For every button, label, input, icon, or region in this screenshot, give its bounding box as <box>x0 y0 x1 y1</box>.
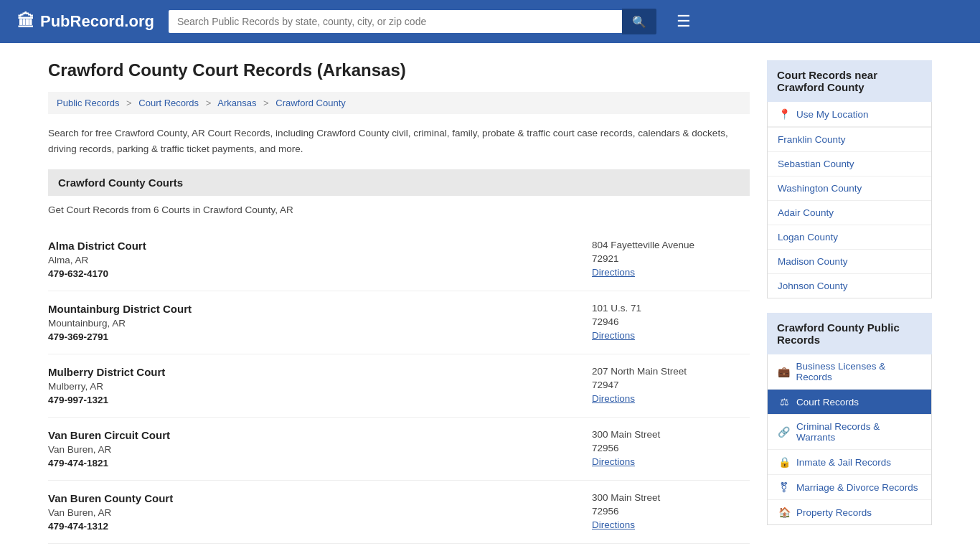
nearby-county-item[interactable]: Logan County <box>768 225 931 250</box>
court-entry: Van Buren County Court Van Buren, AR 479… <box>48 481 750 544</box>
nearby-county-link[interactable]: Logan County <box>768 225 931 249</box>
page-title: Crawford County Court Records (Arkansas) <box>48 60 750 80</box>
court-phone[interactable]: 479-632-4170 <box>48 268 578 279</box>
court-zip: 72956 <box>592 443 750 453</box>
public-record-item[interactable]: 🏠 Property Records <box>768 500 931 524</box>
public-records-title: Crawford County Public Records <box>767 313 932 354</box>
public-record-item[interactable]: 🔗 Criminal Records & Warrants <box>768 415 931 450</box>
court-phone[interactable]: 479-369-2791 <box>48 331 578 342</box>
court-name: Mountainburg District Court <box>48 303 578 315</box>
court-entry: Mountainburg District Court Mountainburg… <box>48 291 750 354</box>
court-entry: Alma District Court Alma, AR 479-632-417… <box>48 228 750 291</box>
public-record-link[interactable]: ⚧ Marriage & Divorce Records <box>768 475 931 499</box>
court-info: Van Buren County Court Van Buren, AR 479… <box>48 492 578 532</box>
nearby-county-item[interactable]: Sebastian County <box>768 152 931 176</box>
public-record-item[interactable]: 💼 Business Licenses & Records <box>768 354 931 390</box>
directions-link[interactable]: Directions <box>592 330 635 341</box>
directions-link[interactable]: Directions <box>592 456 635 467</box>
court-city: Mountainburg, AR <box>48 318 578 329</box>
nearby-county-link[interactable]: Johnson County <box>768 274 931 298</box>
logo-text: PubRecord.org <box>40 12 154 31</box>
nearby-county-link[interactable]: Franklin County <box>768 128 931 151</box>
court-zip: 72946 <box>592 316 750 327</box>
public-record-item[interactable]: 🔒 Inmate & Jail Records <box>768 450 931 475</box>
public-record-link[interactable]: 💼 Business Licenses & Records <box>768 354 931 389</box>
court-info: Mountainburg District Court Mountainburg… <box>48 303 578 342</box>
court-zip: 72921 <box>592 253 750 264</box>
court-city: Mulberry, AR <box>48 381 578 392</box>
public-records-list: 💼 Business Licenses & Records ⚖ Court Re… <box>767 354 932 525</box>
menu-button[interactable]: ☰ <box>671 9 697 34</box>
court-address: 101 U.s. 71 72946 Directions <box>592 303 750 342</box>
breadcrumb-sep-2: > <box>206 98 212 108</box>
court-phone[interactable]: 479-474-1312 <box>48 521 578 532</box>
nearby-county-link[interactable]: Adair County <box>768 201 931 225</box>
nearby-county-item[interactable]: Adair County <box>768 201 931 225</box>
nearby-county-item[interactable]: Washington County <box>768 176 931 201</box>
directions-link[interactable]: Directions <box>592 393 635 404</box>
court-info: Van Buren Circuit Court Van Buren, AR 47… <box>48 429 578 468</box>
directions-link[interactable]: Directions <box>592 267 635 278</box>
sidebar: Court Records near Crawford County 📍 Use… <box>767 60 932 544</box>
public-record-icon: ⚖ <box>778 396 791 408</box>
nearby-county-link[interactable]: Washington County <box>768 176 931 200</box>
breadcrumb-sep-1: > <box>126 98 132 108</box>
public-record-link[interactable]: ⚖ Court Records <box>768 390 931 414</box>
nearby-list: 📍 Use My Location Franklin CountySebasti… <box>767 102 932 298</box>
search-icon: 🔍 <box>632 16 646 28</box>
nearby-county-item[interactable]: Johnson County <box>768 274 931 298</box>
search-bar: 🔍 <box>169 9 656 34</box>
court-street: 300 Main Street <box>592 429 750 440</box>
main-container: Crawford County Court Records (Arkansas)… <box>31 43 949 544</box>
public-record-item[interactable]: ⚖ Court Records <box>768 390 931 415</box>
public-record-label: Criminal Records & Warrants <box>796 421 921 443</box>
nearby-box: Court Records near Crawford County 📍 Use… <box>767 60 932 298</box>
court-zip: 72956 <box>592 506 750 517</box>
breadcrumb-arkansas[interactable]: Arkansas <box>217 98 256 108</box>
court-city: Van Buren, AR <box>48 444 578 455</box>
court-name: Van Buren County Court <box>48 492 578 504</box>
public-record-icon: 🔒 <box>778 456 791 468</box>
court-city: Van Buren, AR <box>48 507 578 518</box>
court-street: 300 Main Street <box>592 492 750 503</box>
search-button[interactable]: 🔍 <box>622 9 656 34</box>
nearby-county-link[interactable]: Sebastian County <box>768 152 931 176</box>
nearby-county-item[interactable]: Madison County <box>768 250 931 274</box>
search-input[interactable] <box>169 10 622 33</box>
nearby-county-link[interactable]: Madison County <box>768 250 931 273</box>
breadcrumb-public-records[interactable]: Public Records <box>57 98 119 108</box>
court-info: Mulberry District Court Mulberry, AR 479… <box>48 366 578 405</box>
nearby-title: Court Records near Crawford County <box>767 60 932 102</box>
directions-link[interactable]: Directions <box>592 519 635 530</box>
public-record-label: Court Records <box>796 397 859 408</box>
breadcrumb-court-records[interactable]: Court Records <box>138 98 199 108</box>
content-area: Crawford County Court Records (Arkansas)… <box>48 60 750 544</box>
breadcrumb-sep-3: > <box>263 98 269 108</box>
location-icon: 📍 <box>778 108 791 120</box>
court-address: 300 Main Street 72956 Directions <box>592 492 750 532</box>
logo[interactable]: 🏛 PubRecord.org <box>17 11 154 32</box>
use-location-item[interactable]: 📍 Use My Location <box>768 102 931 128</box>
public-record-label: Property Records <box>796 507 872 518</box>
court-entry: Mulberry District Court Mulberry, AR 479… <box>48 354 750 418</box>
court-entry: Van Buren Circuit Court Van Buren, AR 47… <box>48 418 750 481</box>
nearby-county-item[interactable]: Franklin County <box>768 128 931 152</box>
page-description: Search for free Crawford County, AR Cour… <box>48 126 750 156</box>
public-record-link[interactable]: 🏠 Property Records <box>768 500 931 524</box>
public-record-link[interactable]: 🔗 Criminal Records & Warrants <box>768 415 931 449</box>
court-phone[interactable]: 479-474-1821 <box>48 458 578 468</box>
court-info: Alma District Court Alma, AR 479-632-417… <box>48 240 578 279</box>
public-record-icon: 🏠 <box>778 507 791 518</box>
court-street: 207 North Main Street <box>592 366 750 377</box>
court-city: Alma, AR <box>48 255 578 265</box>
breadcrumb-crawford-county[interactable]: Crawford County <box>275 98 346 108</box>
public-record-label: Marriage & Divorce Records <box>796 482 918 493</box>
court-phone[interactable]: 479-997-1321 <box>48 395 578 405</box>
court-name: Van Buren Circuit Court <box>48 429 578 441</box>
public-record-link[interactable]: 🔒 Inmate & Jail Records <box>768 450 931 474</box>
get-records-text: Get Court Records from 6 Courts in Crawf… <box>48 204 750 215</box>
public-records-box: Crawford County Public Records 💼 Busines… <box>767 313 932 525</box>
court-address: 300 Main Street 72956 Directions <box>592 429 750 468</box>
public-record-item[interactable]: ⚧ Marriage & Divorce Records <box>768 475 931 500</box>
court-zip: 72947 <box>592 380 750 390</box>
